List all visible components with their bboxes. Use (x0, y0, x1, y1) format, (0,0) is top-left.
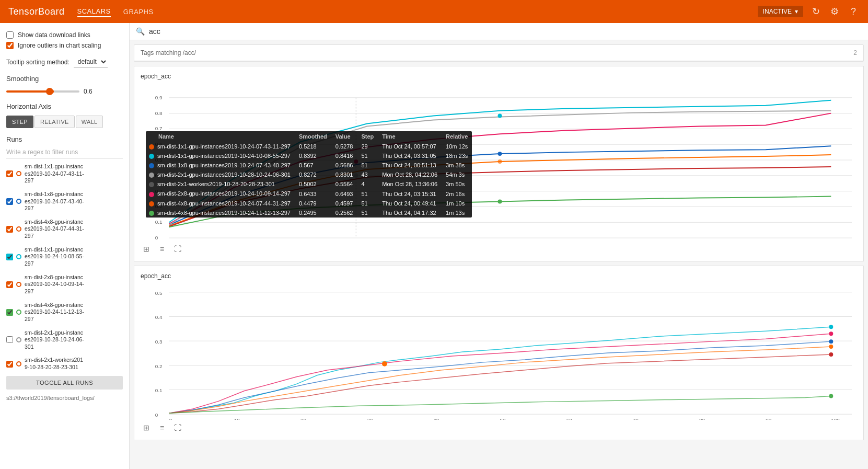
toggle-all-runs-button[interactable]: TOGGLE ALL RUNS (6, 376, 123, 390)
tooltip-row: Tooltip sorting method: default (6, 56, 123, 67)
svg-text:0.8: 0.8 (155, 110, 163, 116)
tooltip-sort-select[interactable]: default (74, 56, 108, 67)
show-download-checkbox-row[interactable]: Show data download links (6, 31, 123, 39)
expand-icon-2[interactable]: ⊞ (141, 422, 152, 433)
ignore-outliers-checkbox-row[interactable]: Ignore outliers in chart scaling (6, 42, 123, 49)
svg-point-62 (829, 331, 833, 336)
chart2-svg: .grid-line2{stroke:#e0e0e0;stroke-width:… (141, 284, 857, 420)
ignore-outliers-label: Ignore outliers in chart scaling (18, 42, 101, 49)
axis-step-btn[interactable]: STEP (6, 116, 33, 128)
run-item-2[interactable]: sm-dist-4x8-gpu-instances2019-10-24-07-4… (6, 217, 123, 242)
main-content: 🔍 Tags matching /acc/ 2 epoch_acc .grid-… (130, 23, 868, 469)
run-checkbox-5[interactable] (6, 309, 13, 316)
run-checkbox-3[interactable] (6, 254, 13, 260)
runs-label: Runs (6, 135, 123, 143)
run-checkbox-4[interactable] (6, 281, 13, 288)
expand-icon[interactable]: ⊞ (141, 243, 152, 255)
tooltip-col-relative: Relative (442, 131, 472, 142)
run-dot-2 (16, 226, 21, 232)
smoothing-label: Smoothing (6, 75, 123, 83)
tooltip-row: sm-dist-1x1-gpu-instances2019-10-24-07-4… (146, 142, 472, 151)
svg-text:60: 60 (566, 417, 573, 420)
nav-graphs[interactable]: GRAPHS (123, 7, 154, 17)
run-name-0: sm-dist-1x1-gpu-instances2019-10-24-07-4… (25, 163, 84, 185)
axis-wall-btn[interactable]: WALL (76, 116, 103, 128)
run-checkbox-1[interactable] (6, 198, 13, 205)
chart2-bottom-icons: ⊞ ≡ ⛶ (141, 422, 857, 433)
run-name-6: sm-dist-2x1-gpu-instances2019-10-28-10-2… (25, 329, 84, 351)
tags-count: 2 (853, 49, 857, 56)
svg-text:20: 20 (300, 417, 307, 420)
run-dot-3 (16, 254, 21, 259)
run-checkbox-2[interactable] (6, 226, 13, 233)
chart-tooltip: Name Smoothed Value Step Time Relative s… (146, 131, 472, 218)
run-checkbox-7[interactable] (6, 361, 13, 368)
svg-text:0.4: 0.4 (155, 314, 163, 320)
tooltip-col-time: Time (378, 131, 442, 142)
search-bar: 🔍 (130, 23, 868, 40)
tags-label: Tags matching /acc/ (141, 49, 196, 56)
chart1-container: epoch_acc .grid-line { stroke: #e0e0e0; … (134, 66, 864, 261)
run-item-1[interactable]: sm-dist-1x8-gpu-instances2019-10-24-07-4… (6, 189, 123, 214)
run-item-0[interactable]: sm-dist-1x1-gpu-instances2019-10-24-07-4… (6, 162, 123, 186)
settings-icon[interactable]: ⚙ (828, 5, 841, 18)
top-nav: TensorBoard SCALARS GRAPHS INACTIVE ▾ ↻ … (0, 0, 868, 23)
chart2-container: epoch_acc .grid-line2{stroke:#e0e0e0;str… (134, 266, 864, 440)
smoothing-slider[interactable] (6, 90, 79, 93)
h-axis-section: Horizontal Axis STEP RELATIVE WALL (6, 102, 123, 128)
chart1-title: epoch_acc (141, 73, 857, 80)
tooltip-col-value: Value (331, 131, 357, 142)
run-item-5[interactable]: sm-dist-4x8-gpu-instances2019-10-24-11-1… (6, 300, 123, 325)
refresh-icon[interactable]: ↻ (809, 5, 822, 18)
svg-point-35 (498, 159, 502, 164)
run-checkbox-0[interactable] (6, 170, 13, 177)
run-item-4[interactable]: sm-dist-2x8-gpu-instances2019-10-24-10-0… (6, 272, 123, 297)
tooltip-row: sm-dist-1x1-gpu-instances2019-10-24-10-0… (146, 151, 472, 161)
app-body: Show data download links Ignore outliers… (0, 23, 868, 469)
run-name-7: sm-dist-2x1-workers2019-10-28-20-28-23-3… (25, 357, 83, 371)
search-icon: 🔍 (136, 27, 145, 36)
svg-point-66 (829, 394, 833, 398)
s3-path: s3://tfworld2019/tensorboard_logs/ (6, 395, 123, 401)
tooltip-table: Name Smoothed Value Step Time Relative s… (146, 131, 472, 218)
chevron-down-icon: ▾ (795, 8, 798, 15)
svg-text:0: 0 (169, 417, 172, 420)
show-download-checkbox[interactable] (6, 31, 14, 39)
svg-text:0: 0 (155, 235, 158, 241)
svg-text:0.3: 0.3 (155, 339, 163, 345)
sidebar: Show data download links Ignore outliers… (0, 23, 130, 469)
runs-section: Runs sm-dist-1x1-gpu-instances2019-10-24… (6, 135, 123, 401)
help-icon[interactable]: ? (847, 5, 860, 18)
tooltip-col-smoothed: Smoothed (295, 131, 331, 142)
run-dot-0 (16, 171, 21, 176)
smoothing-section: Smoothing 0.6 (6, 75, 123, 95)
h-axis-label: Horizontal Axis (6, 102, 123, 110)
runs-filter-input[interactable] (6, 146, 123, 158)
run-dot-1 (16, 199, 21, 204)
run-checkbox-6[interactable] (6, 336, 13, 343)
fullscreen-icon-2[interactable]: ⛶ (172, 422, 183, 433)
nav-scalars[interactable]: SCALARS (77, 6, 111, 17)
chart1-bottom-icons: ⊞ ≡ ⛶ (141, 243, 857, 255)
svg-text:30: 30 (367, 417, 373, 420)
tags-header: Tags matching /acc/ 2 (134, 45, 863, 61)
svg-text:0.9: 0.9 (155, 95, 163, 100)
svg-text:70: 70 (633, 417, 639, 420)
svg-text:0.1: 0.1 (155, 387, 163, 393)
chart2-area: .grid-line2{stroke:#e0e0e0;stroke-width:… (141, 284, 857, 420)
svg-text:80: 80 (699, 417, 705, 420)
run-item-6[interactable]: sm-dist-2x1-gpu-instances2019-10-28-10-2… (6, 328, 123, 352)
svg-point-36 (498, 114, 502, 118)
search-input[interactable] (149, 27, 862, 36)
axis-relative-btn[interactable]: RELATIVE (34, 116, 75, 128)
status-badge[interactable]: INACTIVE ▾ (758, 6, 803, 17)
run-item-7[interactable]: sm-dist-2x1-workers2019-10-28-20-28-23-3… (6, 355, 123, 372)
fullscreen-icon[interactable]: ⛶ (172, 243, 183, 255)
ignore-outliers-checkbox[interactable] (6, 42, 14, 49)
tooltip-sort-label: Tooltip sorting method: (6, 59, 70, 66)
lines-icon-2[interactable]: ≡ (156, 422, 168, 433)
svg-text:100: 100 (831, 417, 840, 420)
lines-icon[interactable]: ≡ (156, 243, 168, 255)
run-item-3[interactable]: sm-dist-1x1-gpu-instances2019-10-24-10-0… (6, 245, 123, 269)
run-name-5: sm-dist-4x8-gpu-instances2019-10-24-11-1… (25, 302, 84, 323)
